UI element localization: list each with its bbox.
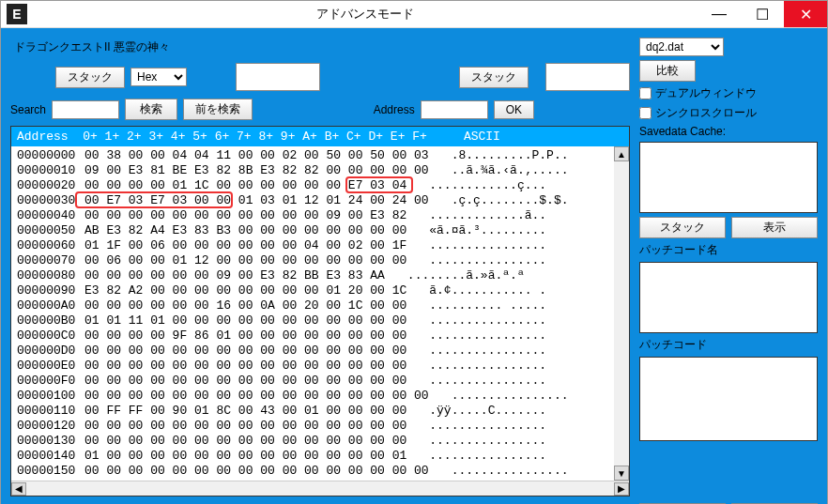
vertical-scrollbar[interactable]: ▲ ▼	[614, 146, 629, 481]
hex-row[interactable]: 0000000000 38 00 00 04 04 11 00 00 02 00…	[17, 148, 608, 163]
address-input[interactable]	[421, 100, 488, 119]
hex-row[interactable]: 0000013000 00 00 00 00 00 00 00 00 00 00…	[17, 434, 608, 449]
search-input[interactable]	[52, 100, 119, 119]
patch-name-label: パッチコード名	[639, 242, 818, 258]
address-aux-input[interactable]	[545, 63, 630, 91]
subtitle: ドラゴンクエストII 悪霊の神々	[10, 38, 630, 57]
hex-row[interactable]: 0000007000 06 00 00 01 12 00 00 00 00 00…	[17, 253, 608, 268]
ok-button[interactable]: OK	[494, 100, 534, 119]
dual-window-checkbox-row: デュアルウィンドウ	[639, 85, 818, 101]
offset-bar: オフセット 0x00000034	[10, 500, 630, 504]
format-select[interactable]: Hex	[130, 68, 187, 86]
top-controls-row-2: Search 検索 前を検索 Address OK	[10, 99, 630, 120]
hex-row[interactable]: 0000006001 1F 00 06 00 00 00 00 00 00 04…	[17, 238, 608, 253]
stack-button[interactable]: スタック	[55, 67, 125, 88]
titlebar: E アドバンスモード — ☐ ✕	[1, 1, 827, 28]
hex-row[interactable]: 0000001009 00 E3 81 BE E3 82 8B E3 82 82…	[17, 163, 608, 178]
content: ドラゴンクエストII 悪霊の神々 スタック Hex スタック Search 検索…	[1, 28, 827, 504]
search-aux-input[interactable]	[236, 63, 320, 91]
hex-row[interactable]: 000000C000 00 00 00 9F 86 01 00 00 00 00…	[17, 328, 608, 344]
show-button[interactable]: 表示	[731, 217, 818, 238]
window-title: アドバンスモード	[33, 6, 698, 23]
hex-row[interactable]: 0000002000 00 00 00 01 1C 00 00 00 00 00…	[17, 178, 608, 193]
hex-row[interactable]: 0000015000 00 00 00 00 00 00 00 00 00 00…	[17, 464, 608, 479]
patch-code-textarea[interactable]	[639, 357, 818, 441]
side-button-row: スタック 表示	[639, 217, 818, 238]
hex-editor: Address 0+ 1+ 2+ 3+ 4+ 5+ 6+ 7+ 8+ 9+ A+…	[10, 126, 630, 496]
main-panel: ドラゴンクエストII 悪霊の神々 スタック Hex スタック Search 検索…	[10, 38, 630, 504]
hex-row[interactable]: 000000E000 00 00 00 00 00 00 00 00 00 00…	[17, 359, 608, 374]
hex-row[interactable]: 0000014001 00 00 00 00 00 00 00 00 00 00…	[17, 449, 608, 464]
side-panel: dq2.dat 比較 デュアルウィンドウ シンクロスクロール Savedata …	[639, 38, 818, 504]
hex-row[interactable]: 000000D000 00 00 00 00 00 00 00 00 00 00…	[17, 344, 608, 359]
dual-window-checkbox[interactable]	[639, 87, 652, 99]
minimize-button[interactable]: —	[698, 1, 741, 27]
search-prev-button[interactable]: 前を検索	[183, 99, 253, 120]
hex-row[interactable]: 0000012000 00 00 00 00 00 00 00 00 00 00…	[17, 419, 608, 434]
dual-window-label: デュアルウィンドウ	[655, 85, 757, 101]
scroll-left-arrow[interactable]: ◀	[11, 482, 26, 496]
hex-body[interactable]: 0000000000 38 00 00 04 04 11 00 00 02 00…	[11, 146, 614, 481]
hex-row[interactable]: 000000B001 01 11 01 00 00 00 00 00 00 00…	[17, 313, 608, 328]
patch-code-label: パッチコード	[639, 337, 818, 353]
sync-scroll-checkbox-row: シンクロスクロール	[639, 105, 818, 121]
savedata-cache-textarea[interactable]	[639, 142, 818, 213]
window: E アドバンスモード — ☐ ✕ ドラゴンクエストII 悪霊の神々 スタック H…	[0, 0, 828, 504]
app-icon: E	[7, 4, 27, 24]
hex-row[interactable]: 0000008000 00 00 00 00 00 09 00 E3 82 BB…	[17, 268, 608, 283]
scroll-up-arrow[interactable]: ▲	[614, 146, 629, 161]
hex-row[interactable]: 00000050AB E3 82 A4 E3 83 B3 00 00 00 00…	[17, 223, 608, 238]
hex-row[interactable]: 0000011000 FF FF 00 90 01 8C 00 43 00 01…	[17, 404, 608, 419]
top-controls-row-1: スタック Hex スタック	[10, 63, 630, 91]
hex-row[interactable]: 000000F000 00 00 00 00 00 00 00 00 00 00…	[17, 374, 608, 389]
sync-scroll-checkbox[interactable]	[639, 107, 652, 119]
horizontal-scrollbar[interactable]: ◀ ▶	[11, 481, 629, 496]
address-stack-button[interactable]: スタック	[459, 67, 529, 88]
hex-row[interactable]: 0000010000 00 00 00 00 00 00 00 00 00 00…	[17, 389, 608, 404]
maximize-button[interactable]: ☐	[741, 1, 784, 27]
window-controls: — ☐ ✕	[698, 1, 827, 27]
scroll-right-arrow[interactable]: ▶	[614, 482, 629, 496]
patch-name-textarea[interactable]	[639, 262, 818, 333]
side-stack-button[interactable]: スタック	[639, 217, 726, 238]
sync-scroll-label: シンクロスクロール	[655, 105, 757, 121]
search-button[interactable]: 検索	[125, 99, 177, 120]
close-button[interactable]: ✕	[784, 1, 827, 27]
compare-button[interactable]: 比較	[639, 60, 696, 82]
hex-row[interactable]: 0000004000 00 00 00 00 00 00 00 00 00 00…	[17, 208, 608, 223]
hex-header: Address 0+ 1+ 2+ 3+ 4+ 5+ 6+ 7+ 8+ 9+ A+…	[11, 127, 629, 146]
hex-row[interactable]: 0000003000 E7 03 E7 03 00 00 01 03 01 12…	[17, 193, 608, 208]
scroll-down-arrow[interactable]: ▼	[614, 466, 629, 481]
hex-row[interactable]: 000000A000 00 00 00 00 00 16 00 0A 00 20…	[17, 298, 608, 313]
hex-row[interactable]: 00000090E3 82 A2 00 00 00 00 00 00 00 00…	[17, 283, 608, 298]
search-label: Search	[10, 103, 46, 116]
file-select[interactable]: dq2.dat	[639, 38, 724, 56]
address-label: Address	[374, 103, 415, 116]
savedata-cache-label: Savedata Cache:	[639, 125, 818, 138]
